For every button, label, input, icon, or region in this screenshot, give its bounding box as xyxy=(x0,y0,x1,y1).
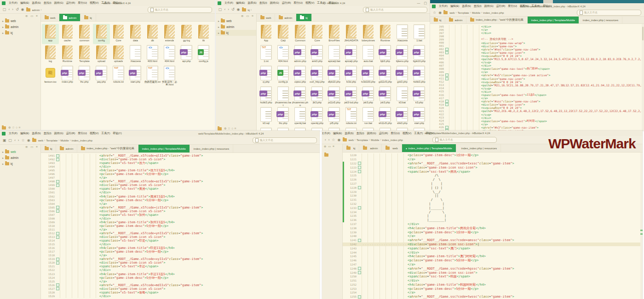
code-line[interactable]: 1227 | | xyxy=(343,182,643,186)
file-item[interactable]: pay.php xyxy=(93,65,110,85)
code-line[interactable]: 1249 <div class="game-item-icon ssc-icon… xyxy=(343,271,643,275)
search-input[interactable]: 输入文件名 xyxy=(148,7,212,13)
menu-item[interactable]: 选择(S) xyxy=(343,131,355,135)
file-item[interactable]: curl_http.php xyxy=(309,65,326,85)
file-item[interactable]: common xyxy=(76,24,93,44)
code-line[interactable]: 1500 <span class="x5-text">澳洲</span> xyxy=(41,187,320,191)
vertical-scrollbar[interactable] xyxy=(640,152,643,299)
file-item[interactable]: upload xyxy=(93,45,110,65)
tab[interactable]: admin xyxy=(56,145,77,152)
file-item[interactable]: run.bat xyxy=(360,107,377,127)
code-line[interactable]: 1493 <span class="x5-text">强力</span> xyxy=(41,161,320,165)
code-line[interactable]: 1520 <div class="game-item-icon x5-icon"… xyxy=(41,261,320,265)
file-item[interactable]: config.js xyxy=(275,65,292,85)
file-item[interactable]: jlk3.php xyxy=(309,86,326,106)
code-line[interactable]: 1513 <div class="game-item-icon x5-icon"… xyxy=(41,235,320,239)
code-line[interactable]: 1239 <p class="game-item-desc">1分钟一期</p> xyxy=(343,230,643,234)
file-item[interactable]: 404.html xyxy=(161,45,178,65)
menu-item[interactable]: 跳转(G) xyxy=(366,131,378,135)
code-line[interactable]: 1501 </div> xyxy=(41,191,320,194)
menu-item[interactable]: 视图(V) xyxy=(88,1,100,5)
file-item[interactable]: pl5.php xyxy=(326,107,343,127)
breadcrumb[interactable]: admin xyxy=(32,8,42,11)
fold-marker-icon[interactable] xyxy=(357,186,362,189)
code-line[interactable]: 1238 <h4 class="game-item-title">腾讯分分彩</… xyxy=(343,226,643,230)
file-item[interactable]: jsk3-lod.php xyxy=(343,86,360,106)
breadcrumb-item[interactable]: Template xyxy=(458,11,469,14)
code-line[interactable]: 1247</a> xyxy=(343,263,643,267)
tab[interactable]: admin xyxy=(445,17,466,23)
sidebar-item[interactable]: ▸kj xyxy=(216,30,256,36)
code-line[interactable]: 1242 <div class="game-item-icon ssc-icon… xyxy=(343,243,643,247)
code-line[interactable]: 413 <path d="M21,16.5C21,16.88,20.79,17.… xyxy=(430,84,644,87)
menu-item[interactable]: 选择(S) xyxy=(30,1,42,5)
code-line[interactable]: 1241<a href="__ROOT__/Game.ssc?code=amss… xyxy=(343,238,643,243)
code-line[interactable]: 1226 / \ xyxy=(343,178,643,182)
file-item[interactable]: jihuarenwu.php xyxy=(292,86,309,106)
back-icon[interactable]: ‹ xyxy=(9,8,10,11)
code-line[interactable]: 1529 </div> xyxy=(41,294,320,298)
fold-marker-icon[interactable] xyxy=(445,48,449,51)
code-line[interactable]: 1233 |______| xyxy=(343,206,643,210)
file-item[interactable]: shk3.php xyxy=(394,107,411,127)
code-line[interactable]: 395 </div> xyxy=(430,25,644,28)
file-item[interactable]: js11x5.php xyxy=(326,86,343,106)
search-input[interactable]: 输入文件名 xyxy=(577,10,641,16)
menu-item[interactable]: 工具(T) xyxy=(413,131,424,135)
code-line[interactable]: 1517 <p class="game-item-desc">5分钟一期</p> xyxy=(41,250,320,254)
breadcrumb-item[interactable]: kj xyxy=(248,8,250,11)
menu-item[interactable]: 工具(T) xyxy=(100,131,111,135)
tab[interactable]: kj xyxy=(41,145,56,152)
file-item[interactable]: log xyxy=(42,45,59,65)
file-item[interactable]: .htaccess xyxy=(127,45,144,65)
code-line[interactable]: 1522 </div> xyxy=(41,268,320,272)
menu-item[interactable]: 发行(U) xyxy=(389,131,401,135)
code-line[interactable]: 398 xyxy=(430,34,644,38)
code-line[interactable]: 1496 <p class="game-item-desc">5分钟一期</p> xyxy=(41,172,320,176)
run-icon[interactable]: ◉ xyxy=(338,138,341,142)
sidebar-item[interactable]: ▸web xyxy=(216,18,256,24)
code-line[interactable]: 1248<a href="__ROOT__/Game.ssc?code=hgss… xyxy=(343,266,643,271)
file-item[interactable]: jxk3.php xyxy=(377,86,394,106)
code-line[interactable]: 403 <div class="game-nav-icon"> xyxy=(430,51,644,54)
file-item[interactable]: 伪静态规则.txt xyxy=(144,65,161,85)
file-item[interactable]: lotterytimes xyxy=(360,24,377,44)
menu-item[interactable]: 编辑(E) xyxy=(19,131,30,135)
forward-icon[interactable]: › xyxy=(228,8,229,11)
code-line[interactable]: 1246 <p class="game-item-desc">5分钟一期</p> xyxy=(343,259,643,263)
breadcrumb-item[interactable]: Mobile xyxy=(371,138,379,141)
expand-arrow-icon[interactable]: ▸ xyxy=(218,31,219,34)
tab[interactable]: kj xyxy=(343,144,359,152)
expand-arrow-icon[interactable]: ▸ xyxy=(2,162,4,165)
menu-item[interactable]: 跳转(G) xyxy=(483,4,495,8)
menu-item[interactable]: 帮助(Y) xyxy=(111,131,123,135)
code-line[interactable]: 1509 <h4 class="game-item-title">加州11选5<… xyxy=(41,220,320,224)
code-line[interactable]: 402 <a href="#hot" class="game-nav-item"… xyxy=(430,48,644,51)
code-line[interactable]: 1512<a href="__ROOT__/Game.x5?code=yn11x… xyxy=(41,231,320,235)
back-icon[interactable]: ‹ xyxy=(224,8,226,11)
code-line[interactable]: 1506 <div class="game-item-icon x5-icon"… xyxy=(41,209,320,213)
fold-marker-icon[interactable] xyxy=(357,295,362,299)
menu-item[interactable]: 跳转(G) xyxy=(53,131,65,135)
menu-item[interactable]: 选择(S) xyxy=(30,131,42,135)
code-line[interactable]: 423 </div> xyxy=(430,116,644,119)
menu-item[interactable]: 运行(R) xyxy=(495,4,507,8)
sidebar-item[interactable]: ▸kj xyxy=(0,30,40,36)
code-line[interactable]: 1526<a href="__ROOT__/Game.x5?code=md11x… xyxy=(41,283,320,287)
fold-marker-icon[interactable] xyxy=(56,209,60,213)
run-icon[interactable]: ◉ xyxy=(27,139,30,142)
fold-marker-icon[interactable] xyxy=(56,158,60,161)
menu-item[interactable]: 视图(V) xyxy=(88,131,100,135)
code-line[interactable]: 1250 <span class="ssc-text">韩国</span> xyxy=(343,275,643,279)
fold-marker-icon[interactable] xyxy=(357,271,362,274)
file-item[interactable]: Common xyxy=(292,24,309,44)
code-line[interactable]: 1244 </div> xyxy=(343,250,643,254)
code-line[interactable]: 396 </a> xyxy=(430,28,644,31)
file-item[interactable]: lib xyxy=(195,24,212,44)
sidebar-toolbar[interactable]: ⊕ ▭ ≡ xyxy=(322,144,342,148)
code-line[interactable]: 1245 <h4 class="game-item-title">澳门时时彩</… xyxy=(343,254,643,259)
file-item[interactable]: 安装说明 - 必看.html xyxy=(161,65,178,85)
menu-item[interactable]: 查找(I) xyxy=(42,1,53,5)
fold-marker-icon[interactable] xyxy=(445,51,449,54)
code-line[interactable]: 419 <div class="game-nav-icon"> xyxy=(430,103,644,106)
